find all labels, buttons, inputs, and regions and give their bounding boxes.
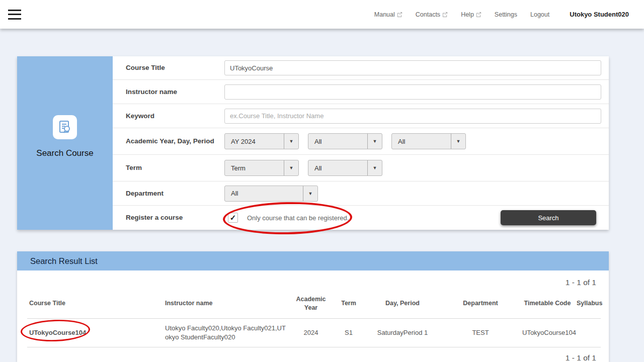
term-label: Term bbox=[126, 163, 224, 172]
menu-icon[interactable] bbox=[8, 10, 21, 20]
table-header-row: Course Title Instructor name Academic Ye… bbox=[27, 290, 601, 318]
check-icon: ✓ bbox=[230, 213, 236, 222]
academic-year-value: AY 2024 bbox=[225, 134, 284, 149]
term-control: Term ▼ All ▼ bbox=[224, 160, 609, 176]
academic-year-select[interactable]: AY 2024 ▼ bbox=[224, 133, 299, 149]
form-row-ay-day-period: Academic Year, Day, Period AY 2024 ▼ All… bbox=[113, 128, 609, 155]
instructor-control bbox=[224, 84, 609, 100]
ay-day-period-label: Academic Year, Day, Period bbox=[126, 137, 224, 146]
form-row-keyword: Keyword bbox=[113, 104, 609, 128]
chevron-down-icon: ▼ bbox=[367, 160, 382, 175]
col-academic-year: Academic Year bbox=[289, 290, 333, 318]
day-value: All bbox=[308, 134, 367, 149]
cell-day-period: SaturdayPeriod 1 bbox=[364, 318, 441, 347]
instructor-name-input[interactable] bbox=[224, 84, 601, 100]
day-select[interactable]: All ▼ bbox=[308, 133, 382, 149]
col-syllabus: Syllabus bbox=[575, 290, 601, 318]
nav-settings[interactable]: Settings bbox=[495, 11, 517, 18]
register-checkbox-label: Only course that can be registered. bbox=[247, 214, 349, 222]
term-sub-select[interactable]: All ▼ bbox=[308, 160, 382, 176]
col-instructor-name: Instructor name bbox=[163, 290, 289, 318]
top-nav: Manual Contacts Help Settings Logout Uto… bbox=[374, 11, 629, 18]
user-name: Utokyo Student020 bbox=[570, 11, 629, 18]
form-row-instructor: Instructor name bbox=[113, 80, 609, 104]
register-checkbox[interactable]: ✓ bbox=[228, 213, 238, 223]
period-select[interactable]: All ▼ bbox=[391, 133, 466, 149]
form-row-register: Register a course ✓ Only course that can… bbox=[113, 206, 609, 230]
top-header: Manual Contacts Help Settings Logout Uto… bbox=[0, 0, 644, 29]
department-control: All ▼ bbox=[224, 186, 609, 202]
form-row-department: Department All ▼ bbox=[113, 182, 609, 206]
nav-settings-label: Settings bbox=[495, 11, 517, 18]
document-search-icon bbox=[57, 120, 72, 135]
nav-help[interactable]: Help bbox=[461, 11, 481, 18]
department-select[interactable]: All ▼ bbox=[224, 186, 318, 202]
nav-manual-label: Manual bbox=[374, 11, 395, 18]
nav-logout-label: Logout bbox=[530, 11, 549, 18]
cell-term: S1 bbox=[333, 318, 364, 347]
ay-day-period-control: AY 2024 ▼ All ▼ All ▼ bbox=[224, 133, 609, 149]
term-value: Term bbox=[225, 160, 284, 175]
keyword-input[interactable] bbox=[224, 109, 601, 124]
search-course-title: Search Course bbox=[36, 148, 93, 158]
register-course-label: Register a course bbox=[126, 213, 224, 222]
nav-manual[interactable]: Manual bbox=[374, 11, 403, 18]
chevron-down-icon: ▼ bbox=[303, 186, 317, 201]
cell-timetable-code: UTokyoCourse104 bbox=[520, 318, 575, 347]
register-checkbox-wrap: ✓ Only course that can be registered. bbox=[228, 213, 349, 223]
col-day-period: Day, Period bbox=[364, 290, 441, 318]
nav-contacts[interactable]: Contacts bbox=[416, 11, 448, 18]
external-link-icon bbox=[442, 12, 448, 17]
col-timetable-code: Timetable Code bbox=[520, 290, 575, 318]
col-term: Term bbox=[333, 290, 364, 318]
search-course-icon bbox=[53, 115, 77, 139]
course-title-input[interactable] bbox=[224, 60, 601, 75]
chevron-down-icon: ▼ bbox=[451, 134, 465, 149]
pagination-top: 1 - 1 of 1 bbox=[17, 278, 609, 287]
search-button[interactable]: Search bbox=[501, 210, 596, 225]
chevron-down-icon: ▼ bbox=[367, 134, 382, 149]
table-row: UTokyoCourse104 Utokyo Faculty020,Utokyo… bbox=[27, 318, 601, 347]
pagination-bottom: 1 - 1 of 1 bbox=[17, 353, 609, 362]
cell-academic-year: 2024 bbox=[289, 318, 333, 347]
form-row-term: Term Term ▼ All ▼ bbox=[113, 155, 609, 182]
period-value: All bbox=[392, 134, 451, 149]
chevron-down-icon: ▼ bbox=[284, 160, 298, 175]
external-link-icon bbox=[397, 12, 403, 17]
keyword-label: Keyword bbox=[126, 112, 224, 121]
search-course-panel: Search Course Course Title Instructor na… bbox=[17, 56, 609, 230]
col-course-title: Course Title bbox=[27, 290, 163, 318]
search-result-header: Search Result List bbox=[17, 251, 609, 270]
search-form: Course Title Instructor name Keyword Aca… bbox=[113, 56, 609, 230]
search-result-title: Search Result List bbox=[30, 256, 98, 266]
cell-syllabus bbox=[575, 318, 601, 347]
nav-logout[interactable]: Logout bbox=[530, 11, 549, 18]
instructor-name-label: Instructor name bbox=[126, 87, 224, 97]
keyword-control bbox=[224, 109, 609, 124]
register-control: ✓ Only course that can be registered. Se… bbox=[224, 213, 609, 223]
department-label: Department bbox=[126, 189, 224, 198]
nav-contacts-label: Contacts bbox=[416, 11, 440, 18]
chevron-down-icon: ▼ bbox=[284, 134, 298, 149]
department-value: All bbox=[225, 186, 303, 201]
form-row-course-title: Course Title bbox=[113, 56, 609, 80]
search-course-sidebar: Search Course bbox=[17, 56, 113, 230]
external-link-icon bbox=[476, 12, 481, 17]
cell-course-title[interactable]: UTokyoCourse104 bbox=[27, 318, 163, 347]
menu-bar bbox=[8, 10, 21, 11]
cell-instructor: Utokyo Faculty020,Utokyo Faculty021,UTok… bbox=[163, 318, 289, 347]
term-sub-value: All bbox=[308, 160, 367, 175]
term-select[interactable]: Term ▼ bbox=[224, 160, 299, 176]
nav-help-label: Help bbox=[461, 11, 474, 18]
course-title-label: Course Title bbox=[126, 63, 224, 72]
col-department: Department bbox=[441, 290, 520, 318]
menu-bar bbox=[8, 14, 21, 15]
menu-bar bbox=[8, 18, 21, 20]
search-result-panel: Search Result List 1 - 1 of 1 Course Tit… bbox=[17, 251, 609, 362]
course-title-control bbox=[224, 60, 609, 75]
cell-department: TEST bbox=[441, 318, 520, 347]
results-table: Course Title Instructor name Academic Ye… bbox=[27, 290, 601, 347]
